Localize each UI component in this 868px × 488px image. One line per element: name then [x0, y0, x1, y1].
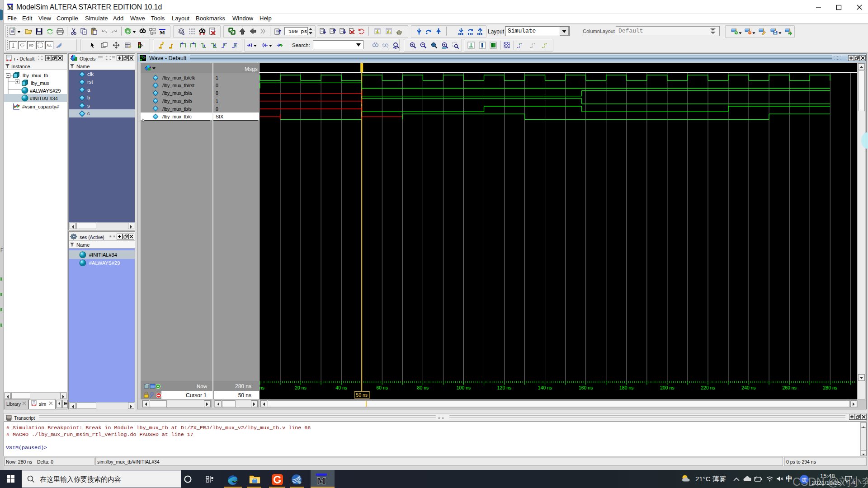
svg-text:280 ns: 280 ns — [823, 385, 838, 390]
svg-text:50 ns: 50 ns — [356, 392, 368, 398]
svg-text:II: II — [297, 475, 300, 479]
svg-text:160 ns: 160 ns — [579, 385, 593, 390]
svg-text:0 ns: 0 ns — [259, 385, 264, 390]
svg-text:100 ns: 100 ns — [457, 385, 471, 390]
svg-text:I/O: I/O — [29, 44, 33, 47]
svg-text:220 ns: 220 ns — [701, 385, 715, 390]
svg-text:240 ns: 240 ns — [741, 385, 756, 390]
svg-text:ALL: ALL — [47, 44, 52, 47]
svg-text:140 ns: 140 ns — [538, 385, 552, 390]
svg-text:120 ns: 120 ns — [497, 385, 512, 390]
svg-text:260 ns: 260 ns — [782, 385, 797, 390]
svg-text:M: M — [160, 29, 165, 35]
svg-text:200 ns: 200 ns — [660, 385, 675, 390]
svg-text:M: M — [317, 476, 326, 485]
svg-text:40 ns: 40 ns — [335, 385, 347, 390]
svg-text:80 ns: 80 ns — [417, 385, 429, 390]
svg-text:60 ns: 60 ns — [376, 385, 388, 390]
svg-text:20 ns: 20 ns — [295, 385, 307, 390]
svg-text:180 ns: 180 ns — [619, 385, 634, 390]
svg-text:M: M — [7, 5, 13, 10]
